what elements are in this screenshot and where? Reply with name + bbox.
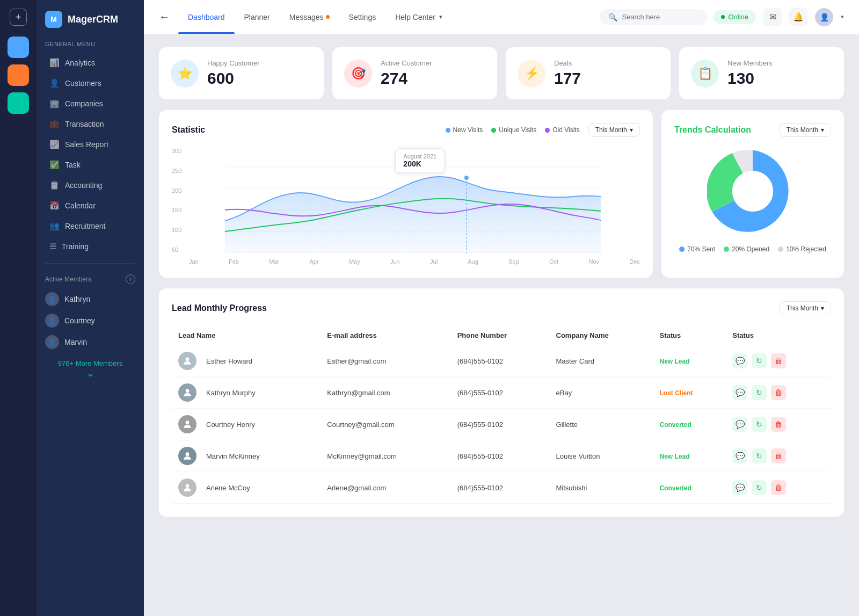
action-icons: 💬 ↻ 🗑 [732,480,825,495]
sidebar: M MagerCRM General menu 📊 Analytics 👤 Cu… [37,0,144,616]
legend-label-rejected: 10% Rejected [786,245,826,253]
member-name-courtney: Courtney [64,316,95,325]
chat-button[interactable]: 💬 [732,353,747,368]
x-jul: Jul [430,258,438,265]
leads-table-card: Lead Monthly Progress This Month ▾ Lead … [159,288,844,517]
pie-center [732,171,774,212]
companies-icon: 🏢 [49,99,60,108]
sidebar-item-companies[interactable]: 🏢 Companies [41,93,140,114]
lead-status: New Lead [653,345,726,377]
table-row: Marvin McKinney McKinney@gmail.com (684)… [172,440,831,472]
x-may: May [349,258,360,265]
search-input[interactable] [622,13,698,21]
sidebar-item-recruitment[interactable]: 👥 Recruitment [41,216,140,236]
lead-actions: 💬 ↻ 🗑 [726,345,831,377]
topnav-icons: ✉ 🔔 👤 ▾ [763,8,844,26]
leads-filter-button[interactable]: This Month ▾ [780,301,831,315]
more-members-text: 976+ More Members [58,359,122,367]
delete-button[interactable]: 🗑 [771,385,786,400]
edit-button[interactable]: ↻ [752,417,767,432]
x-aug: Aug [468,258,478,265]
trends-title: Trends Calculation [674,125,751,135]
lead-name: Arlene McCoy [206,484,250,492]
add-member-button[interactable]: + [126,274,135,284]
tab-help-center[interactable]: Help Center ▾ [385,0,452,34]
statistic-filter-button[interactable]: This Month ▾ [588,123,640,137]
edit-button[interactable]: ↻ [752,480,767,495]
tab-messages[interactable]: Messages [280,0,339,34]
col-company: Company Name [550,326,653,345]
active-label: Active Customer [381,59,432,67]
deals-label: Deals [554,59,581,67]
online-label: Online [728,13,748,21]
col-status: Status [653,326,726,345]
sidebar-item-task[interactable]: ✅ Task [41,155,140,175]
action-icons: 💬 ↻ 🗑 [732,385,825,400]
delete-button[interactable]: 🗑 [771,448,786,463]
analytics-icon: 📊 [49,58,60,68]
sidebar-item-transaction[interactable]: 💼 Transaction [41,114,140,134]
chat-button[interactable]: 💬 [732,385,747,400]
col-phone: Phone Number [451,326,550,345]
lead-actions: 💬 ↻ 🗑 [726,440,831,472]
tab-settings[interactable]: Settings [339,0,386,34]
happy-value: 600 [207,69,260,88]
legend-new-visits: New Visits [446,126,483,134]
tab-dashboard-label: Dashboard [188,13,225,21]
add-button[interactable]: + [10,9,27,26]
y-label-150: 150 [172,207,181,213]
stat-card-deals: ⚡ Deals 177 [506,47,671,99]
main-content: ← Dashboard Planner Messages Settings He… [144,0,859,616]
mail-button[interactable]: ✉ [763,8,782,26]
online-dot-icon [721,15,725,19]
user-chevron-icon[interactable]: ▾ [841,13,844,20]
x-dec: Dec [629,258,640,265]
delete-button[interactable]: 🗑 [771,417,786,432]
search-box[interactable]: 🔍 [600,9,707,25]
y-label-50: 50 [172,247,181,253]
transaction-icon: 💼 [49,119,60,129]
lead-email: Kathryn@gmail.com [321,377,450,409]
legend-opened: 20% Opened [724,245,769,253]
back-button[interactable]: ← [159,11,170,23]
edit-button[interactable]: ↻ [752,448,767,463]
member-kathryn[interactable]: 👤 Kathryn [37,288,144,310]
chip-orange[interactable] [8,64,29,86]
more-members-button[interactable]: 976+ More Members ⌄ [37,353,144,386]
chat-button[interactable]: 💬 [732,417,747,432]
sidebar-item-accounting[interactable]: 📋 Accounting [41,175,140,195]
status-badge: Converted [659,419,691,430]
edit-button[interactable]: ↻ [752,353,767,368]
chat-button[interactable]: 💬 [732,480,747,495]
filter-chevron-icon: ▾ [630,126,633,134]
accounting-icon: 📋 [49,180,60,190]
x-feb: Feb [229,258,239,265]
topnav: ← Dashboard Planner Messages Settings He… [144,0,859,34]
pie-chart-svg [707,146,798,237]
calendar-icon: 📅 [49,201,60,211]
delete-button[interactable]: 🗑 [771,480,786,495]
user-avatar-button[interactable]: 👤 [815,8,833,26]
member-courtney[interactable]: 👤 Courtney [37,310,144,331]
tab-dashboard[interactable]: Dashboard [178,0,235,34]
lead-avatar [178,447,196,465]
x-jan: Jan [189,258,199,265]
delete-button[interactable]: 🗑 [771,353,786,368]
sidebar-item-analytics[interactable]: 📊 Analytics [41,53,140,73]
sidebar-item-training[interactable]: ☰ Training [41,236,140,257]
status-badge: Converted [659,483,691,494]
lead-status: New Lead [653,440,726,472]
chat-button[interactable]: 💬 [732,448,747,463]
trends-filter-button[interactable]: This Month ▾ [780,123,831,137]
tab-planner[interactable]: Planner [235,0,280,34]
chip-blue[interactable] [8,37,29,58]
member-marvin[interactable]: 👤 Marvin [37,331,144,353]
sidebar-item-sales-report[interactable]: 📈 Sales Report [41,134,140,155]
sidebar-label-recruitment: Recruitment [65,222,105,230]
sidebar-item-calendar[interactable]: 📅 Calendar [41,195,140,216]
chip-teal[interactable] [8,92,29,114]
sidebar-item-customers[interactable]: 👤 Customers [41,73,140,93]
edit-button[interactable]: ↻ [752,385,767,400]
stat-card-happy: ⭐ Happy Customer 600 [159,47,324,99]
notifications-button[interactable]: 🔔 [789,8,807,26]
